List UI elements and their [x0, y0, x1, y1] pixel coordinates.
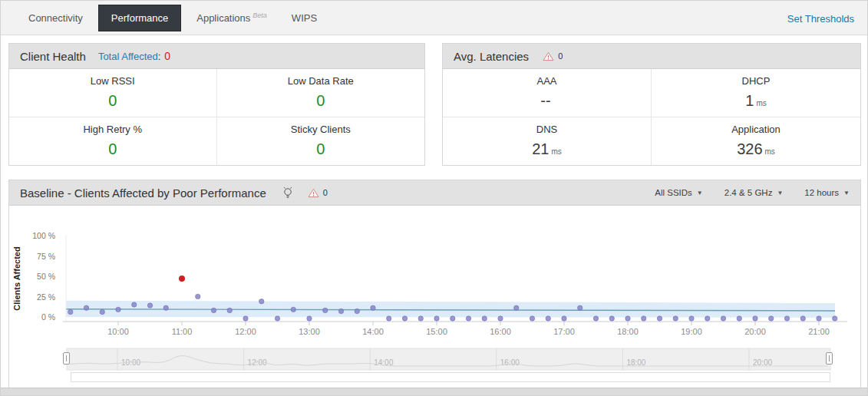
chevron-down-icon: ▼: [843, 190, 850, 196]
warning-icon: [543, 51, 554, 61]
total-affected-link[interactable]: Total Affected: [98, 51, 158, 62]
metric-value: 0: [108, 92, 117, 110]
metric-application: Application 326ms: [652, 117, 860, 166]
metric-label: Sticky Clients: [291, 124, 351, 135]
svg-text:13:00: 13:00: [299, 327, 320, 336]
chevron-down-icon: ▼: [697, 190, 703, 196]
latency-alert-count: 0: [558, 51, 563, 61]
metric-unit: ms: [765, 147, 775, 156]
metric-label: High Retry %: [83, 124, 142, 135]
metric-value: 0: [108, 140, 117, 158]
svg-text:10:00: 10:00: [107, 327, 129, 336]
svg-text:21:00: 21:00: [808, 327, 830, 336]
baseline-alert-count: 0: [323, 188, 328, 197]
handle-grip-icon: [66, 355, 67, 361]
bottom-strip: [1, 388, 867, 395]
duration-filter-label: 12 hours: [804, 188, 839, 197]
beta-badge: Beta: [252, 12, 267, 19]
total-affected-separator: :: [158, 51, 161, 62]
metric-dhcp: DHCP 1ms: [652, 69, 860, 117]
baseline-panel: Baseline - Clients Affected by Poor Perf…: [8, 180, 861, 388]
latency-alert: 0: [543, 51, 563, 61]
svg-text:18:00: 18:00: [626, 358, 645, 367]
metric-unit: ms: [551, 147, 561, 156]
handle-grip-icon: [829, 355, 830, 361]
metric-label: Low Data Rate: [288, 75, 354, 87]
metric-low-rssi: Low RSSI 0: [9, 69, 217, 117]
baseline-title: Baseline - Clients Affected by Poor Perf…: [20, 186, 266, 200]
svg-text:17:00: 17:00: [553, 327, 575, 336]
metric-unit: ms: [756, 99, 766, 107]
warning-icon: [308, 188, 319, 198]
ssid-filter-dropdown[interactable]: All SSIDs ▼: [655, 188, 703, 197]
metric-value: 0: [316, 140, 325, 158]
metric-label: DNS: [536, 124, 557, 135]
svg-text:20:00: 20:00: [744, 327, 766, 336]
tab-applications-label: Applications: [196, 12, 250, 24]
navigator-left-handle[interactable]: [63, 352, 70, 365]
scrollbar-track[interactable]: [71, 372, 830, 382]
svg-text:Clients Affected: Clients Affected: [12, 246, 21, 310]
total-affected-value: 0: [164, 50, 170, 62]
baseline-alert: 0: [308, 188, 328, 198]
svg-text:16:00: 16:00: [500, 358, 520, 367]
svg-text:25 %: 25 %: [37, 292, 55, 302]
svg-text:11:00: 11:00: [172, 327, 193, 336]
ssid-filter-label: All SSIDs: [655, 188, 692, 197]
duration-filter-dropdown[interactable]: 12 hours ▼: [804, 188, 850, 197]
client-health-panel: Client Health Total Affected: 0 Low RSSI…: [8, 43, 425, 166]
svg-text:12:00: 12:00: [235, 327, 256, 336]
band-filter-label: 2.4 & 5 GHz: [724, 188, 773, 197]
tab-performance[interactable]: Performance: [98, 5, 181, 31]
client-health-header: Client Health Total Affected: 0: [9, 44, 424, 69]
metric-dns: DNS 21ms: [443, 117, 652, 166]
svg-text:75 %: 75 %: [37, 252, 55, 261]
tab-bar: Connectivity Performance ApplicationsBet…: [1, 1, 867, 35]
avg-latencies-title: Avg. Latencies: [454, 50, 529, 63]
svg-text:0 %: 0 %: [41, 312, 55, 322]
navigator-right-handle[interactable]: [826, 352, 833, 365]
svg-text:20:00: 20:00: [753, 358, 772, 367]
tips-button[interactable]: [282, 186, 294, 200]
tab-wips[interactable]: WIPS: [279, 5, 329, 31]
svg-text:16:00: 16:00: [490, 327, 511, 336]
metric-value: 1: [745, 92, 754, 110]
set-thresholds-link[interactable]: Set Thresholds: [787, 13, 854, 25]
baseline-header: Baseline - Clients Affected by Poor Perf…: [9, 180, 860, 206]
metric-value: --: [540, 92, 550, 110]
tab-connectivity[interactable]: Connectivity: [16, 5, 95, 31]
chart-filters: All SSIDs ▼ 2.4 & 5 GHz ▼ 12 hours ▼: [655, 188, 850, 197]
avg-latencies-panel: Avg. Latencies 0 AAA -- DHCP 1ms DNS: [442, 43, 861, 166]
metric-label: DHCP: [742, 75, 771, 87]
svg-text:19:00: 19:00: [681, 327, 702, 336]
chevron-down-icon: ▼: [777, 190, 783, 196]
metric-low-data-rate: Low Data Rate 0: [217, 69, 425, 117]
metric-sticky-clients: Sticky Clients 0: [217, 117, 425, 166]
svg-text:14:00: 14:00: [362, 327, 384, 336]
band-filter-dropdown[interactable]: 2.4 & 5 GHz ▼: [724, 188, 784, 197]
metric-label: AAA: [536, 75, 556, 87]
svg-text:50 %: 50 %: [37, 272, 55, 281]
metric-label: Application: [731, 124, 781, 135]
metric-value: 326: [737, 140, 762, 158]
metric-value: 21: [532, 140, 549, 158]
client-health-title: Client Health: [20, 50, 86, 63]
baseline-chart[interactable]: 0 %25 %50 %75 %100 %Clients Affected10:0…: [9, 206, 860, 388]
svg-text:100 %: 100 %: [32, 231, 55, 240]
svg-text:18:00: 18:00: [617, 327, 639, 336]
performance-dashboard: Connectivity Performance ApplicationsBet…: [0, 0, 868, 396]
avg-latencies-grid: AAA -- DHCP 1ms DNS 21ms Application 326…: [443, 69, 860, 165]
client-health-grid: Low RSSI 0 Low Data Rate 0 High Retry % …: [9, 69, 424, 165]
svg-text:15:00: 15:00: [426, 327, 447, 336]
metric-aaa: AAA --: [443, 69, 652, 117]
metric-high-retry: High Retry % 0: [9, 117, 217, 166]
metric-label: Low RSSI: [91, 75, 135, 87]
tab-applications[interactable]: ApplicationsBeta: [184, 5, 279, 31]
avg-latencies-header: Avg. Latencies 0: [443, 44, 860, 69]
lightbulb-icon: [282, 186, 294, 200]
metric-value: 0: [316, 92, 325, 110]
